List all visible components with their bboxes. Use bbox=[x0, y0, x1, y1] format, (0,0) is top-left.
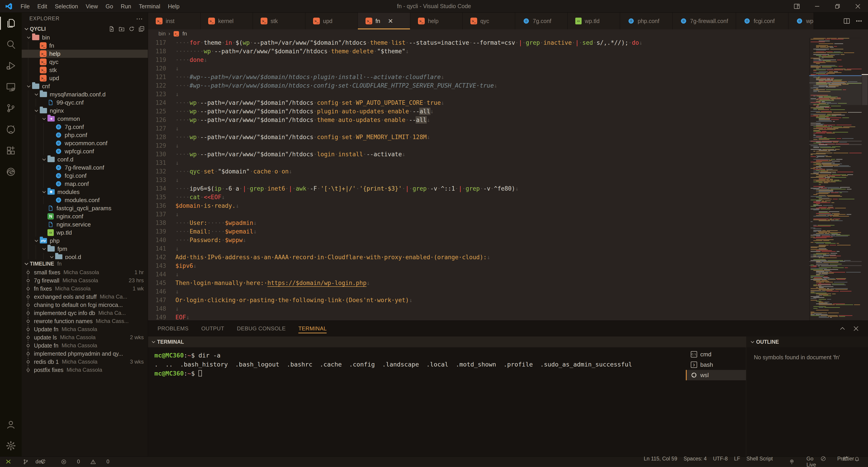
close-icon[interactable]: ✕ bbox=[388, 18, 393, 25]
tree-item-fastcgi-qycli-params[interactable]: fastcgi_qycli_params bbox=[22, 204, 148, 212]
timeline-item[interactable]: redis db 1Micha Cassola3 wks bbox=[22, 358, 148, 366]
tab-7g.conf[interactable]: 7g.conf bbox=[515, 13, 567, 29]
tree-item-map.conf[interactable]: map.conf bbox=[22, 180, 148, 188]
tab-php.conf[interactable]: php.conf bbox=[620, 13, 673, 29]
refresh-icon[interactable] bbox=[128, 26, 135, 32]
timeline-item[interactable]: rewrote function namesMicha Cass... bbox=[22, 317, 148, 325]
timeline-item[interactable]: postfix fixesMicha Cassola bbox=[22, 366, 148, 374]
tab-fn[interactable]: >_fn✕ bbox=[358, 13, 410, 29]
timeline-item[interactable]: 7g firewallMicha Cassola23 hrs bbox=[22, 276, 148, 285]
breadcrumb-file[interactable]: fn bbox=[182, 31, 187, 37]
status-shell-script[interactable]: Shell Script bbox=[743, 456, 776, 462]
tree-item-fcgi.conf[interactable]: fcgi.conf bbox=[22, 172, 148, 180]
breadcrumb-folder[interactable]: bin bbox=[158, 31, 166, 37]
split-editor-icon[interactable] bbox=[843, 18, 850, 25]
status-dev[interactable]: dev bbox=[14, 459, 37, 465]
tree-item-modules[interactable]: ✱modules bbox=[22, 188, 148, 196]
tab-fcgi.conf[interactable]: fcgi.conf bbox=[736, 13, 788, 29]
activity-search-icon[interactable] bbox=[0, 34, 22, 55]
activity-edge-icon[interactable] bbox=[0, 161, 22, 182]
timeline-item[interactable]: Update fnMicha Cassola bbox=[22, 341, 148, 349]
minimap[interactable] bbox=[809, 38, 862, 321]
close-icon[interactable] bbox=[848, 0, 868, 12]
tab-qyc[interactable]: >_qyc bbox=[463, 13, 515, 29]
tree-item-7g-firewall.conf[interactable]: 7g-firewall.conf bbox=[22, 164, 148, 172]
status-remote-icon[interactable] bbox=[2, 459, 14, 465]
explorer-section-qycli[interactable]: QYCLI bbox=[22, 24, 148, 33]
terminal-section-header[interactable]: TERMINAL bbox=[148, 336, 746, 347]
status-go-live[interactable]: Go Live bbox=[776, 456, 808, 467]
status-utf-8[interactable]: UTF-8 bbox=[710, 456, 731, 462]
menu-view[interactable]: View bbox=[82, 0, 102, 13]
panel-tab-terminal[interactable]: TERMINAL bbox=[298, 321, 327, 336]
activity-remote-explorer-icon[interactable] bbox=[0, 76, 22, 98]
status-bell-icon[interactable] bbox=[851, 456, 863, 462]
tree-item-php[interactable]: phpphp bbox=[22, 237, 148, 245]
menu-selection[interactable]: Selection bbox=[51, 0, 82, 13]
breadcrumb[interactable]: bin › >_ fn bbox=[148, 29, 868, 38]
tree-item-7g.conf[interactable]: 7g.conf bbox=[22, 123, 148, 131]
tree-item-help[interactable]: >_help bbox=[22, 50, 148, 58]
tree-item-modules.conf[interactable]: modules.conf bbox=[22, 196, 148, 204]
menu-edit[interactable]: Edit bbox=[33, 0, 51, 13]
tab-stk[interactable]: >_stk bbox=[253, 13, 305, 29]
new-file-icon[interactable] bbox=[108, 26, 115, 32]
new-folder-icon[interactable] bbox=[119, 26, 125, 32]
timeline-item[interactable]: exchanged eols and stuffMicha Ca... bbox=[22, 293, 148, 301]
layout-icon[interactable] bbox=[786, 0, 807, 12]
status-ln-115-col-59[interactable]: Ln 115, Col 59 bbox=[641, 456, 680, 462]
tree-item-mysql-mariadb.conf.d[interactable]: mysql\mariadb.conf.d bbox=[22, 90, 148, 98]
tab-upd[interactable]: >_upd bbox=[305, 13, 358, 29]
activity-settings-gear-icon[interactable] bbox=[0, 435, 22, 456]
activity-source-control-icon[interactable] bbox=[0, 98, 22, 119]
tree-item-99-qyc.cnf[interactable]: 99-qyc.cnf bbox=[22, 98, 148, 107]
status-sync-icon[interactable] bbox=[37, 459, 49, 465]
collapse-all-icon[interactable] bbox=[138, 26, 145, 32]
tree-item-fn[interactable]: >_fn bbox=[22, 41, 148, 50]
status-spaces-4[interactable]: Spaces: 4 bbox=[680, 456, 710, 462]
tree-item-stk[interactable]: >_stk bbox=[22, 66, 148, 74]
tab-kernel[interactable]: >_kernel bbox=[200, 13, 253, 29]
code-area[interactable]: 117····for·theme·in·$(wp·--path=/var/www… bbox=[148, 38, 809, 321]
chevron-up-icon[interactable] bbox=[839, 325, 846, 332]
tree-item-common[interactable]: ➜common bbox=[22, 115, 148, 123]
activity-run-debug-icon[interactable] bbox=[0, 55, 22, 76]
tree-item-pool.d[interactable]: pool.d bbox=[22, 253, 148, 259]
menu-go[interactable]: Go bbox=[102, 0, 117, 13]
tree-item-nginx[interactable]: nginx bbox=[22, 107, 148, 115]
status-0[interactable]: 00 bbox=[49, 459, 79, 465]
timeline-item[interactable]: fn fixesMicha Cassola1 wk bbox=[22, 285, 148, 293]
tree-item-qyc[interactable]: >_qyc bbox=[22, 58, 148, 66]
status-feedback-icon[interactable] bbox=[839, 456, 851, 462]
tab-7g-firewall.conf[interactable]: 7g-firewall.conf bbox=[673, 13, 736, 29]
tree-item-conf.d[interactable]: conf.d bbox=[22, 155, 148, 164]
tree-item-cnf[interactable]: cnf bbox=[22, 82, 148, 90]
tab-inst[interactable]: >_inst bbox=[148, 13, 200, 29]
tree-item-nginx.conf[interactable]: Nnginx.conf bbox=[22, 212, 148, 221]
editor-scrollbar[interactable] bbox=[862, 38, 868, 321]
timeline-item[interactable]: update lsMicha Cassola2 wks bbox=[22, 333, 148, 341]
editor[interactable]: 117····for·theme·in·$(wp·--path=/var/www… bbox=[148, 38, 868, 321]
menu-file[interactable]: File bbox=[17, 0, 33, 13]
timeline-item[interactable]: chaning to default on fcgi microca... bbox=[22, 301, 148, 309]
terminal-instance-cmd[interactable]: C:\cmd bbox=[686, 349, 746, 360]
tab-wpcommon.conf[interactable]: wpcommon.conf bbox=[788, 13, 814, 29]
more-actions-icon[interactable] bbox=[855, 18, 863, 25]
status-lf[interactable]: LF bbox=[731, 456, 743, 462]
outline-header[interactable]: OUTLINE bbox=[746, 336, 868, 347]
tab-help[interactable]: >_help bbox=[410, 13, 463, 29]
timeline-item[interactable]: Update fnMicha Cassola bbox=[22, 325, 148, 333]
scrollbar-thumb[interactable] bbox=[862, 75, 868, 105]
timeline-item[interactable]: implemented qyc info dbMicha Ca... bbox=[22, 309, 148, 317]
more-actions-icon[interactable]: ⋯ bbox=[136, 15, 143, 23]
activity-github-icon[interactable] bbox=[0, 119, 22, 140]
tree-item-upd[interactable]: >_upd bbox=[22, 74, 148, 82]
menu-run[interactable]: Run bbox=[117, 0, 135, 13]
activity-account-icon[interactable] bbox=[0, 414, 22, 435]
menu-help[interactable]: Help bbox=[164, 0, 183, 13]
tree-item-bin[interactable]: bin bbox=[22, 33, 148, 41]
menu-terminal[interactable]: Terminal bbox=[135, 0, 164, 13]
panel-tab-debug-console[interactable]: DEBUG CONSOLE bbox=[237, 321, 286, 336]
tree-item-nginx.service[interactable]: nginx.service bbox=[22, 221, 148, 229]
minimize-icon[interactable] bbox=[807, 0, 827, 12]
